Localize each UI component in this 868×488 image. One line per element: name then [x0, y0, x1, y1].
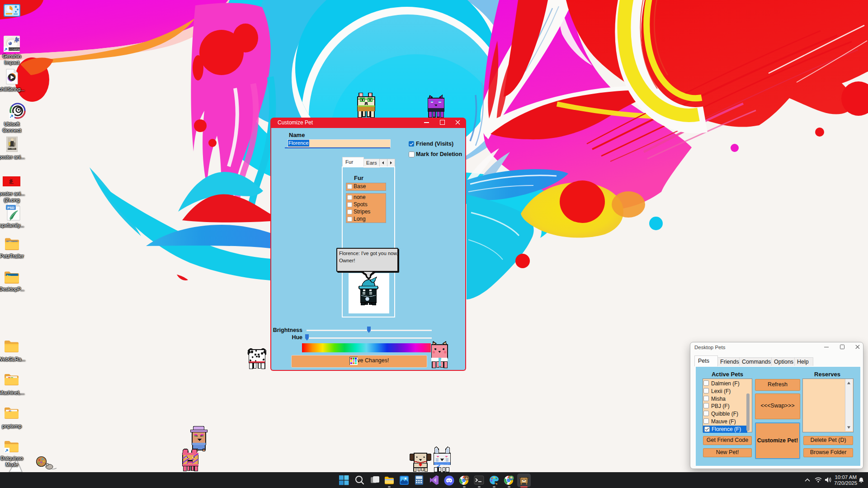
svg-text:HOYOVERSE: HOYOVERSE: [7, 48, 20, 51]
svg-text:z: z: [863, 477, 864, 480]
svg-text:PSD: PSD: [7, 206, 14, 210]
svg-text:SPY×FAMILY: SPY×FAMILY: [8, 148, 17, 150]
